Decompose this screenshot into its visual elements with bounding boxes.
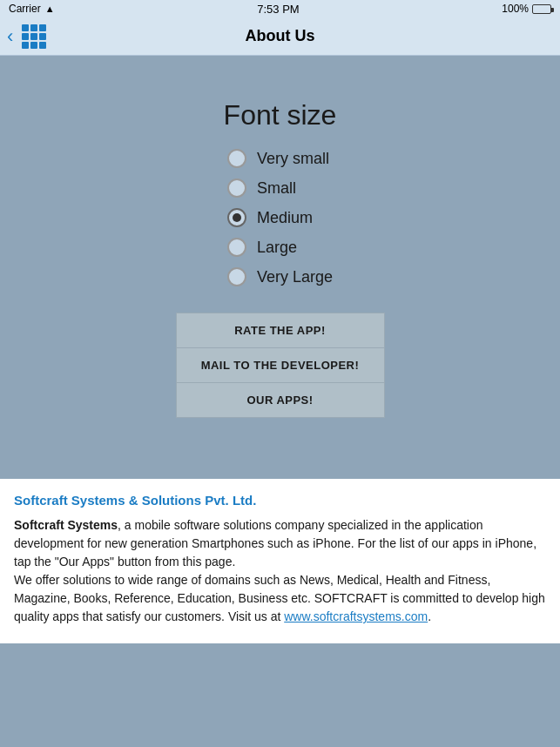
radio-very-small[interactable]: Very small	[227, 149, 333, 168]
nav-bar: ‹ About Us	[0, 17, 560, 56]
radio-circle-very-small	[227, 149, 246, 168]
radio-medium[interactable]: Medium	[227, 208, 333, 227]
main-content: Font size Very small Small Medium	[0, 56, 560, 747]
mail-developer-button[interactable]: MAIL TO THE DEVELOPER!	[176, 348, 385, 383]
radio-label-large: Large	[257, 239, 297, 257]
carrier-label: Carrier	[9, 3, 41, 15]
action-buttons: RATE THE APP! MAIL TO THE DEVELOPER! OUR…	[176, 313, 385, 418]
font-size-section: Font size Very small Small Medium	[0, 56, 560, 479]
radio-label-small: Small	[257, 179, 296, 198]
radio-very-large[interactable]: Very Large	[227, 267, 333, 286]
status-right: 100%	[502, 3, 551, 15]
company-link[interactable]: www.softcraftsystems.com	[284, 609, 428, 623]
grid-button[interactable]	[22, 24, 46, 49]
about-period: .	[428, 609, 431, 623]
bold-company-name: Softcraft Systems	[14, 518, 118, 532]
rate-app-button[interactable]: RATE THE APP!	[176, 313, 385, 348]
radio-label-very-small: Very small	[257, 150, 329, 168]
font-size-title: Font size	[224, 99, 337, 131]
radio-small[interactable]: Small	[227, 178, 333, 198]
wifi-icon: ▲	[45, 3, 55, 14]
radio-circle-small	[227, 178, 246, 198]
our-apps-button[interactable]: OUR APPS!	[176, 383, 385, 418]
radio-large[interactable]: Large	[227, 238, 333, 257]
nav-left: ‹	[7, 24, 46, 49]
battery-percent: 100%	[502, 3, 529, 15]
status-left: Carrier ▲	[9, 3, 55, 15]
about-section: Softcraft Systems & Solutions Pvt. Ltd. …	[0, 479, 560, 643]
company-name: Softcraft Systems & Solutions Pvt. Ltd.	[14, 493, 546, 508]
back-button[interactable]: ‹	[7, 27, 13, 46]
page-title: About Us	[246, 27, 315, 45]
font-size-radio-group: Very small Small Medium Large	[227, 149, 333, 286]
status-time: 7:53 PM	[257, 3, 299, 16]
radio-inner-medium	[233, 213, 241, 222]
about-body-span: , a mobile software solutions company sp…	[14, 518, 545, 623]
radio-circle-large	[227, 238, 246, 257]
status-bar: Carrier ▲ 7:53 PM 100%	[0, 0, 560, 17]
about-body-text: Softcraft Systems, a mobile software sol…	[14, 516, 546, 626]
radio-label-medium: Medium	[257, 209, 313, 227]
radio-circle-very-large	[227, 267, 246, 286]
radio-label-very-large: Very Large	[257, 268, 333, 286]
radio-circle-medium	[227, 208, 246, 227]
battery-icon	[532, 4, 551, 14]
